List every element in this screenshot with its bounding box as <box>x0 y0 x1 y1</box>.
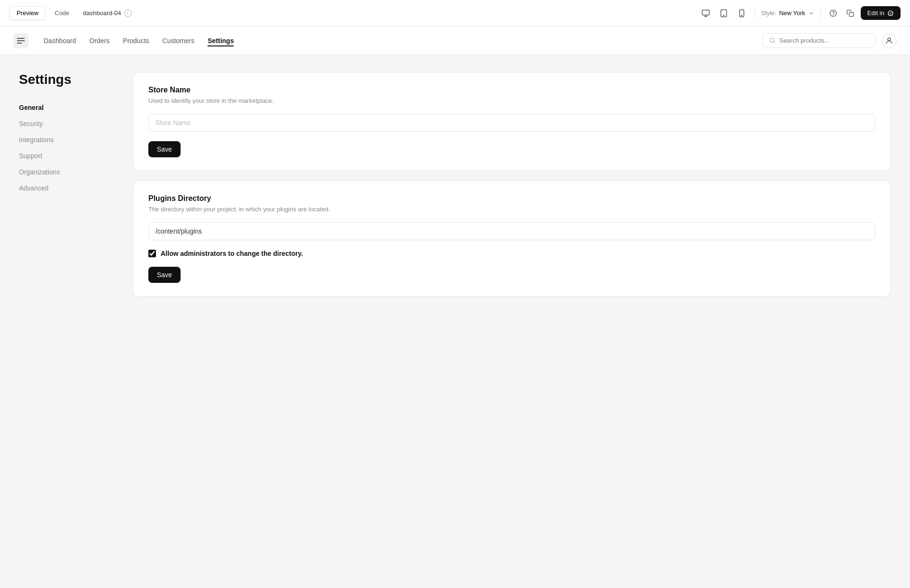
toolbar: Preview Code dashboard-04 i Style: New Y… <box>0 0 910 27</box>
store-name-card: Store Name Used to identify your store i… <box>133 72 891 171</box>
cards-area: Store Name Used to identify your store i… <box>133 72 891 571</box>
sidebar-item-integrations[interactable]: Integrations <box>19 133 114 147</box>
separator-2 <box>820 8 821 19</box>
search-box <box>762 33 876 48</box>
plugins-title: Plugins Directory <box>148 194 875 203</box>
sidebar-item-advanced[interactable]: Advanced <box>19 181 114 195</box>
edit-in-button[interactable]: Edit in <box>861 6 901 20</box>
plugins-desc: The directory within your project, in wh… <box>148 206 875 213</box>
search-input[interactable] <box>779 37 869 44</box>
app-nav: Dashboard Orders Products Customers Sett… <box>0 27 910 55</box>
sidebar-item-support[interactable]: Support <box>19 149 114 163</box>
toolbar-left: Preview Code dashboard-04 i <box>9 6 132 20</box>
app-logo <box>13 33 28 48</box>
separator-1 <box>755 8 755 19</box>
nav-dashboard[interactable]: Dashboard <box>44 35 76 46</box>
svg-point-2 <box>724 15 725 16</box>
plugins-directory-input[interactable] <box>148 222 875 240</box>
nav-customers[interactable]: Customers <box>163 35 195 46</box>
sidebar-item-organizations[interactable]: Organizations <box>19 165 114 179</box>
sidebar-nav: General Security Integrations Support Or… <box>19 100 114 195</box>
filename-area: dashboard-04 i <box>83 9 131 17</box>
svg-point-10 <box>888 38 891 41</box>
nav-settings[interactable]: Settings <box>208 35 234 46</box>
help-icon[interactable] <box>827 7 840 20</box>
nav-products[interactable]: Products <box>123 35 149 46</box>
store-name-save-button[interactable]: Save <box>148 141 181 157</box>
style-label: Style: <box>761 9 776 17</box>
sidebar-item-security[interactable]: Security <box>19 117 114 131</box>
admin-checkbox-label[interactable]: Allow administrators to change the direc… <box>161 250 303 257</box>
nav-orders[interactable]: Orders <box>90 35 110 46</box>
admin-checkbox-row: Allow administrators to change the direc… <box>148 250 875 257</box>
edit-logo-icon <box>887 10 894 17</box>
settings-sidebar: Settings General Security Integrations S… <box>19 72 114 571</box>
preview-tab[interactable]: Preview <box>9 6 46 20</box>
store-name-title: Store Name <box>148 86 875 94</box>
info-icon[interactable]: i <box>124 9 132 17</box>
style-value: New York <box>779 9 805 17</box>
svg-rect-0 <box>702 10 710 15</box>
page-title: Settings <box>19 72 114 87</box>
main-content: Settings General Security Integrations S… <box>0 55 910 588</box>
desktop-icon[interactable] <box>699 6 713 20</box>
store-name-desc: Used to identify your store in the marke… <box>148 97 875 104</box>
plugins-save-button[interactable]: Save <box>148 267 181 283</box>
svg-point-9 <box>770 38 774 42</box>
code-tab[interactable]: Code <box>47 6 76 20</box>
svg-point-6 <box>833 15 834 15</box>
search-icon <box>769 37 775 44</box>
nav-right <box>762 33 897 48</box>
user-avatar[interactable] <box>882 33 897 48</box>
filename-label: dashboard-04 <box>83 9 121 17</box>
store-name-input[interactable] <box>148 114 875 132</box>
plugins-directory-card: Plugins Directory The directory within y… <box>133 181 891 297</box>
svg-point-4 <box>742 15 743 16</box>
admin-checkbox[interactable] <box>148 250 156 257</box>
chevron-down-icon <box>808 10 815 17</box>
mobile-icon[interactable] <box>735 6 749 20</box>
copy-icon[interactable] <box>844 7 857 20</box>
style-selector[interactable]: Style: New York <box>761 9 814 17</box>
svg-rect-7 <box>849 12 854 17</box>
toolbar-right: Style: New York Edit in <box>699 6 901 20</box>
sidebar-item-general[interactable]: General <box>19 100 114 115</box>
tablet-icon[interactable] <box>717 6 731 20</box>
